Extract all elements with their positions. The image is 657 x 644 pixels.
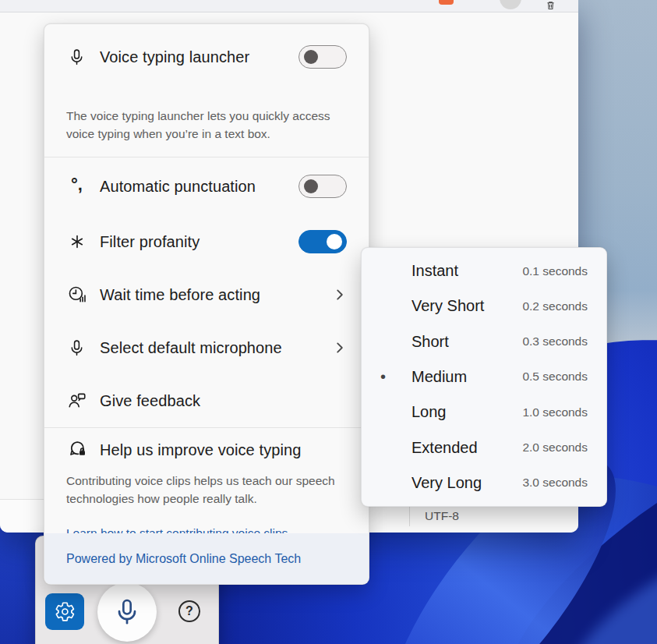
microphone-button[interactable] — [97, 582, 157, 642]
setting-label: Filter profanity — [100, 233, 298, 251]
desktop: UTF-8 ? — [0, 0, 657, 644]
selected-bullet: • — [380, 369, 412, 384]
menu-item-medium[interactable]: • Medium 0.5 seconds — [362, 359, 606, 395]
avatar[interactable] — [500, 0, 521, 9]
voice-settings-button[interactable] — [45, 593, 84, 630]
microphone-icon — [111, 596, 143, 628]
chevron-right-icon — [333, 341, 347, 355]
punctuation-icon: °, — [66, 176, 87, 197]
status-bar-separator — [409, 506, 410, 526]
setting-label: Give feedback — [100, 392, 347, 410]
divider — [44, 157, 369, 157]
setting-label: Automatic punctuation — [100, 178, 298, 196]
give-feedback-row[interactable]: Give feedback — [44, 384, 369, 418]
feedback-icon — [66, 391, 87, 412]
automatic-punctuation-toggle[interactable] — [298, 175, 347, 198]
help-improve-description: Contributing voice clips helps us teach … — [66, 472, 341, 508]
help-improve-title: Help us improve voice typing — [100, 441, 347, 459]
window-tab-strip — [0, 0, 578, 12]
question-mark-icon: ? — [185, 604, 193, 618]
help-button[interactable]: ? — [178, 600, 200, 622]
menu-item-short[interactable]: • Short 0.3 seconds — [362, 324, 606, 359]
voice-typing-launcher-row[interactable]: Voice typing launcher — [44, 40, 369, 74]
speech-bubble-lock-icon — [66, 440, 87, 461]
menu-item-long[interactable]: • Long 1.0 seconds — [362, 395, 606, 430]
wait-time-submenu: • Instant 0.1 seconds • Very Short 0.2 s… — [361, 247, 607, 507]
microphone-icon — [66, 338, 87, 359]
filter-profanity-toggle[interactable] — [298, 230, 347, 253]
launcher-toggle[interactable] — [298, 45, 347, 69]
menu-item-very-long[interactable]: • Very Long 3.0 seconds — [362, 465, 606, 501]
launcher-label: Voice typing launcher — [100, 48, 298, 66]
microphone-icon — [66, 47, 87, 68]
menu-item-instant[interactable]: • Instant 0.1 seconds — [362, 253, 606, 288]
menu-item-very-short[interactable]: • Very Short 0.2 seconds — [362, 288, 606, 324]
chevron-right-icon — [333, 288, 347, 302]
setting-label: Select default microphone — [100, 339, 333, 357]
browser-extension-icon[interactable] — [439, 0, 454, 5]
select-microphone-row[interactable]: Select default microphone — [44, 331, 369, 365]
divider — [44, 427, 369, 428]
wait-time-row[interactable]: Wait time before acting — [44, 278, 369, 312]
powered-by-link[interactable]: Powered by Microsoft Online Speech Tech — [66, 552, 301, 566]
automatic-punctuation-row[interactable]: °, Automatic punctuation — [44, 169, 369, 203]
setting-label: Wait time before acting — [100, 286, 333, 304]
help-improve-row: Help us improve voice typing — [44, 433, 369, 467]
menu-item-extended[interactable]: • Extended 2.0 seconds — [362, 430, 606, 465]
launcher-description: The voice typing launcher lets you quick… — [66, 107, 341, 143]
clock-sound-icon — [66, 285, 87, 306]
filter-profanity-row[interactable]: Filter profanity — [44, 225, 369, 259]
gear-icon — [55, 601, 76, 622]
asterisk-icon — [66, 232, 87, 253]
voice-typing-settings-panel: Voice typing launcher The voice typing l… — [44, 23, 369, 585]
trash-icon[interactable] — [546, 1, 555, 10]
panel-footer: Powered by Microsoft Online Speech Tech — [44, 533, 369, 584]
